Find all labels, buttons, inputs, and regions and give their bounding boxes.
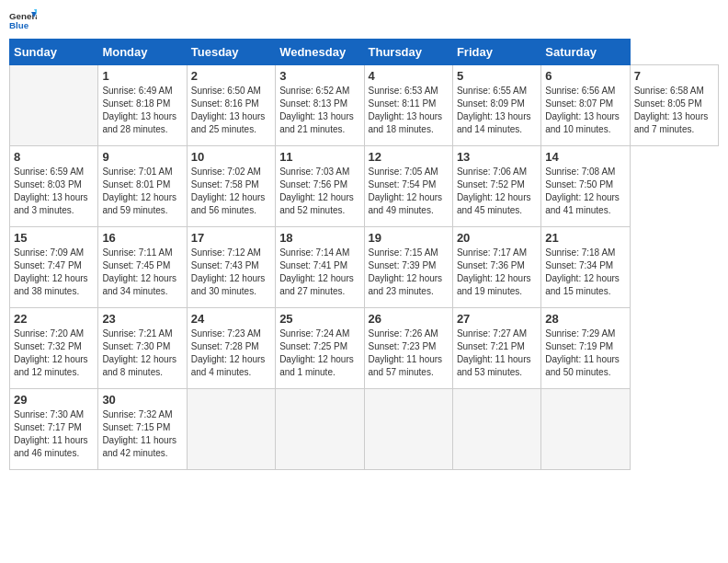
day-number: 10	[191, 150, 271, 164]
calendar-cell: 17 Sunrise: 7:12 AMSunset: 7:43 PMDaylig…	[187, 227, 275, 308]
day-info: Sunrise: 7:18 AMSunset: 7:34 PMDaylight:…	[545, 247, 625, 298]
calendar-cell	[452, 389, 540, 470]
svg-text:Blue: Blue	[9, 20, 29, 30]
calendar-cell: 5 Sunrise: 6:55 AMSunset: 8:09 PMDayligh…	[452, 65, 540, 146]
calendar-cell: 6 Sunrise: 6:56 AMSunset: 8:07 PMDayligh…	[541, 65, 630, 146]
calendar-cell: 16 Sunrise: 7:11 AMSunset: 7:45 PMDaylig…	[98, 227, 187, 308]
day-number: 26	[369, 312, 449, 326]
day-number: 5	[457, 69, 537, 83]
calendar-cell: 22 Sunrise: 7:20 AMSunset: 7:32 PMDaylig…	[10, 308, 98, 389]
day-info: Sunrise: 7:03 AMSunset: 7:56 PMDaylight:…	[279, 166, 359, 217]
day-number: 12	[369, 150, 449, 164]
calendar-week-row: 29 Sunrise: 7:30 AMSunset: 7:17 PMDaylig…	[10, 389, 719, 470]
day-number: 15	[14, 231, 94, 245]
day-info: Sunrise: 7:20 AMSunset: 7:32 PMDaylight:…	[14, 327, 94, 379]
calendar-cell: 29 Sunrise: 7:30 AMSunset: 7:17 PMDaylig…	[10, 389, 98, 470]
day-number: 8	[14, 150, 94, 164]
day-info: Sunrise: 6:56 AMSunset: 8:07 PMDaylight:…	[545, 85, 625, 136]
calendar-cell: 4 Sunrise: 6:53 AMSunset: 8:11 PMDayligh…	[364, 65, 452, 146]
calendar-cell: 25 Sunrise: 7:24 AMSunset: 7:25 PMDaylig…	[276, 308, 364, 389]
day-info: Sunrise: 7:14 AMSunset: 7:41 PMDaylight:…	[279, 247, 359, 298]
day-info: Sunrise: 7:15 AMSunset: 7:39 PMDaylight:…	[369, 247, 449, 298]
day-info: Sunrise: 7:24 AMSunset: 7:25 PMDaylight:…	[279, 327, 359, 379]
day-info: Sunrise: 7:11 AMSunset: 7:45 PMDaylight:…	[102, 247, 182, 298]
day-info: Sunrise: 7:32 AMSunset: 7:15 PMDaylight:…	[102, 408, 182, 460]
day-info: Sunrise: 7:29 AMSunset: 7:19 PMDaylight:…	[545, 327, 625, 379]
calendar-cell: 14 Sunrise: 7:08 AMSunset: 7:50 PMDaylig…	[541, 146, 630, 227]
calendar-cell: 21 Sunrise: 7:18 AMSunset: 7:34 PMDaylig…	[541, 227, 630, 308]
day-number: 6	[545, 69, 625, 83]
calendar-cell: 11 Sunrise: 7:03 AMSunset: 7:56 PMDaylig…	[276, 146, 364, 227]
day-info: Sunrise: 7:21 AMSunset: 7:30 PMDaylight:…	[102, 327, 182, 379]
day-number: 25	[279, 312, 359, 326]
calendar-cell: 28 Sunrise: 7:29 AMSunset: 7:19 PMDaylig…	[541, 308, 630, 389]
day-info: Sunrise: 6:58 AMSunset: 8:05 PMDaylight:…	[634, 85, 714, 136]
day-number: 17	[191, 231, 271, 245]
calendar-cell: 1 Sunrise: 6:49 AMSunset: 8:18 PMDayligh…	[98, 65, 187, 146]
day-number: 11	[279, 150, 359, 164]
day-info: Sunrise: 6:55 AMSunset: 8:09 PMDaylight:…	[457, 85, 537, 136]
day-number: 3	[279, 69, 359, 83]
day-number: 16	[102, 231, 182, 245]
day-number: 24	[191, 312, 271, 326]
day-number: 18	[279, 231, 359, 245]
day-number: 7	[634, 69, 714, 83]
calendar-week-row: 15 Sunrise: 7:09 AMSunset: 7:47 PMDaylig…	[10, 227, 719, 308]
day-info: Sunrise: 6:52 AMSunset: 8:13 PMDaylight:…	[279, 85, 359, 136]
weekday-header-thursday: Thursday	[364, 40, 452, 65]
calendar-cell: 19 Sunrise: 7:15 AMSunset: 7:39 PMDaylig…	[364, 227, 452, 308]
day-number: 9	[102, 150, 182, 164]
day-info: Sunrise: 6:50 AMSunset: 8:16 PMDaylight:…	[191, 85, 271, 136]
day-info: Sunrise: 7:17 AMSunset: 7:36 PMDaylight:…	[457, 247, 537, 298]
calendar-cell: 3 Sunrise: 6:52 AMSunset: 8:13 PMDayligh…	[276, 65, 364, 146]
day-info: Sunrise: 7:27 AMSunset: 7:21 PMDaylight:…	[457, 327, 537, 379]
calendar-cell: 27 Sunrise: 7:27 AMSunset: 7:21 PMDaylig…	[452, 308, 540, 389]
day-info: Sunrise: 6:49 AMSunset: 8:18 PMDaylight:…	[102, 85, 182, 136]
day-info: Sunrise: 7:01 AMSunset: 8:01 PMDaylight:…	[102, 166, 182, 217]
day-info: Sunrise: 7:30 AMSunset: 7:17 PMDaylight:…	[14, 408, 94, 460]
calendar-cell	[541, 389, 630, 470]
calendar-cell	[10, 65, 98, 146]
day-info: Sunrise: 7:23 AMSunset: 7:28 PMDaylight:…	[191, 327, 271, 379]
weekday-header-sunday: Sunday	[10, 40, 98, 65]
calendar-week-row: 22 Sunrise: 7:20 AMSunset: 7:32 PMDaylig…	[10, 308, 719, 389]
day-info: Sunrise: 6:53 AMSunset: 8:11 PMDaylight:…	[369, 85, 449, 136]
day-info: Sunrise: 7:06 AMSunset: 7:52 PMDaylight:…	[457, 166, 537, 217]
calendar-cell: 12 Sunrise: 7:05 AMSunset: 7:54 PMDaylig…	[364, 146, 452, 227]
calendar-cell	[364, 389, 452, 470]
day-number: 1	[102, 69, 182, 83]
weekday-header-saturday: Saturday	[541, 40, 630, 65]
day-number: 13	[457, 150, 537, 164]
logo-icon: General Blue	[9, 9, 37, 31]
calendar-cell: 23 Sunrise: 7:21 AMSunset: 7:30 PMDaylig…	[98, 308, 187, 389]
calendar-cell: 8 Sunrise: 6:59 AMSunset: 8:03 PMDayligh…	[10, 146, 98, 227]
calendar-cell: 26 Sunrise: 7:26 AMSunset: 7:23 PMDaylig…	[364, 308, 452, 389]
calendar-week-row: 8 Sunrise: 6:59 AMSunset: 8:03 PMDayligh…	[10, 146, 719, 227]
day-info: Sunrise: 7:08 AMSunset: 7:50 PMDaylight:…	[545, 166, 625, 217]
calendar-cell: 10 Sunrise: 7:02 AMSunset: 7:58 PMDaylig…	[187, 146, 275, 227]
day-number: 14	[545, 150, 625, 164]
day-number: 27	[457, 312, 537, 326]
calendar-cell: 20 Sunrise: 7:17 AMSunset: 7:36 PMDaylig…	[452, 227, 540, 308]
calendar-cell: 9 Sunrise: 7:01 AMSunset: 8:01 PMDayligh…	[98, 146, 187, 227]
calendar-cell: 18 Sunrise: 7:14 AMSunset: 7:41 PMDaylig…	[276, 227, 364, 308]
calendar-cell	[276, 389, 364, 470]
day-info: Sunrise: 7:05 AMSunset: 7:54 PMDaylight:…	[369, 166, 449, 217]
calendar-cell: 13 Sunrise: 7:06 AMSunset: 7:52 PMDaylig…	[452, 146, 540, 227]
day-number: 19	[369, 231, 449, 245]
calendar-cell: 24 Sunrise: 7:23 AMSunset: 7:28 PMDaylig…	[187, 308, 275, 389]
weekday-header-row: SundayMondayTuesdayWednesdayThursdayFrid…	[10, 40, 719, 65]
day-info: Sunrise: 7:02 AMSunset: 7:58 PMDaylight:…	[191, 166, 271, 217]
logo: General Blue	[9, 9, 37, 31]
day-number: 20	[457, 231, 537, 245]
day-info: Sunrise: 6:59 AMSunset: 8:03 PMDaylight:…	[14, 166, 94, 217]
day-info: Sunrise: 7:12 AMSunset: 7:43 PMDaylight:…	[191, 247, 271, 298]
calendar-table: SundayMondayTuesdayWednesdayThursdayFrid…	[9, 39, 719, 470]
day-number: 30	[102, 393, 182, 407]
calendar-week-row: 1 Sunrise: 6:49 AMSunset: 8:18 PMDayligh…	[10, 65, 719, 146]
day-number: 2	[191, 69, 271, 83]
calendar-cell: 15 Sunrise: 7:09 AMSunset: 7:47 PMDaylig…	[10, 227, 98, 308]
calendar-cell: 30 Sunrise: 7:32 AMSunset: 7:15 PMDaylig…	[98, 389, 187, 470]
day-number: 29	[14, 393, 94, 407]
weekday-header-friday: Friday	[452, 40, 540, 65]
